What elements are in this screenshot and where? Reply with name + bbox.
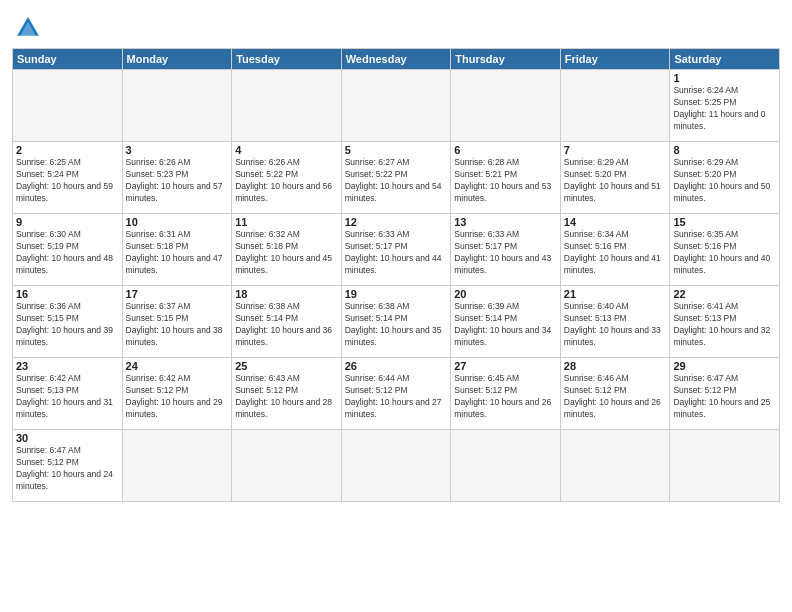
calendar-week-row: 9Sunrise: 6:30 AMSunset: 5:19 PMDaylight… <box>13 214 780 286</box>
calendar-cell: 26Sunrise: 6:44 AMSunset: 5:12 PMDayligh… <box>341 358 451 430</box>
calendar-cell <box>560 430 670 502</box>
calendar-cell: 8Sunrise: 6:29 AMSunset: 5:20 PMDaylight… <box>670 142 780 214</box>
day-number: 27 <box>454 360 557 372</box>
calendar-cell <box>232 430 342 502</box>
day-info: Sunrise: 6:42 AMSunset: 5:12 PMDaylight:… <box>126 373 229 421</box>
day-info: Sunrise: 6:29 AMSunset: 5:20 PMDaylight:… <box>564 157 667 205</box>
day-number: 2 <box>16 144 119 156</box>
calendar-cell: 15Sunrise: 6:35 AMSunset: 5:16 PMDayligh… <box>670 214 780 286</box>
day-number: 5 <box>345 144 448 156</box>
day-info: Sunrise: 6:47 AMSunset: 5:12 PMDaylight:… <box>16 445 119 493</box>
logo-icon <box>14 14 42 42</box>
calendar-cell: 3Sunrise: 6:26 AMSunset: 5:23 PMDaylight… <box>122 142 232 214</box>
calendar-cell <box>13 70 123 142</box>
day-info: Sunrise: 6:34 AMSunset: 5:16 PMDaylight:… <box>564 229 667 277</box>
calendar-cell: 23Sunrise: 6:42 AMSunset: 5:13 PMDayligh… <box>13 358 123 430</box>
calendar-cell: 14Sunrise: 6:34 AMSunset: 5:16 PMDayligh… <box>560 214 670 286</box>
weekday-header-saturday: Saturday <box>670 49 780 70</box>
day-number: 30 <box>16 432 119 444</box>
weekday-header-friday: Friday <box>560 49 670 70</box>
weekday-header-monday: Monday <box>122 49 232 70</box>
weekday-header-tuesday: Tuesday <box>232 49 342 70</box>
calendar-week-row: 23Sunrise: 6:42 AMSunset: 5:13 PMDayligh… <box>13 358 780 430</box>
day-number: 23 <box>16 360 119 372</box>
calendar-cell <box>122 70 232 142</box>
day-info: Sunrise: 6:41 AMSunset: 5:13 PMDaylight:… <box>673 301 776 349</box>
calendar-cell: 6Sunrise: 6:28 AMSunset: 5:21 PMDaylight… <box>451 142 561 214</box>
day-info: Sunrise: 6:47 AMSunset: 5:12 PMDaylight:… <box>673 373 776 421</box>
day-number: 22 <box>673 288 776 300</box>
calendar-cell: 5Sunrise: 6:27 AMSunset: 5:22 PMDaylight… <box>341 142 451 214</box>
day-number: 12 <box>345 216 448 228</box>
calendar-cell: 30Sunrise: 6:47 AMSunset: 5:12 PMDayligh… <box>13 430 123 502</box>
day-info: Sunrise: 6:46 AMSunset: 5:12 PMDaylight:… <box>564 373 667 421</box>
day-number: 21 <box>564 288 667 300</box>
day-info: Sunrise: 6:33 AMSunset: 5:17 PMDaylight:… <box>454 229 557 277</box>
day-number: 7 <box>564 144 667 156</box>
day-number: 25 <box>235 360 338 372</box>
calendar-cell: 7Sunrise: 6:29 AMSunset: 5:20 PMDaylight… <box>560 142 670 214</box>
day-info: Sunrise: 6:31 AMSunset: 5:18 PMDaylight:… <box>126 229 229 277</box>
logo <box>12 14 42 42</box>
calendar-cell: 11Sunrise: 6:32 AMSunset: 5:18 PMDayligh… <box>232 214 342 286</box>
day-number: 8 <box>673 144 776 156</box>
day-number: 4 <box>235 144 338 156</box>
day-info: Sunrise: 6:45 AMSunset: 5:12 PMDaylight:… <box>454 373 557 421</box>
day-number: 29 <box>673 360 776 372</box>
weekday-header-wednesday: Wednesday <box>341 49 451 70</box>
calendar-cell <box>670 430 780 502</box>
calendar-cell: 13Sunrise: 6:33 AMSunset: 5:17 PMDayligh… <box>451 214 561 286</box>
calendar-cell: 10Sunrise: 6:31 AMSunset: 5:18 PMDayligh… <box>122 214 232 286</box>
calendar-cell <box>451 430 561 502</box>
day-info: Sunrise: 6:38 AMSunset: 5:14 PMDaylight:… <box>345 301 448 349</box>
day-info: Sunrise: 6:38 AMSunset: 5:14 PMDaylight:… <box>235 301 338 349</box>
calendar-week-row: 30Sunrise: 6:47 AMSunset: 5:12 PMDayligh… <box>13 430 780 502</box>
day-info: Sunrise: 6:27 AMSunset: 5:22 PMDaylight:… <box>345 157 448 205</box>
weekday-header-sunday: Sunday <box>13 49 123 70</box>
header <box>12 10 780 42</box>
calendar-header: SundayMondayTuesdayWednesdayThursdayFrid… <box>13 49 780 70</box>
day-number: 24 <box>126 360 229 372</box>
day-info: Sunrise: 6:30 AMSunset: 5:19 PMDaylight:… <box>16 229 119 277</box>
calendar-cell: 4Sunrise: 6:26 AMSunset: 5:22 PMDaylight… <box>232 142 342 214</box>
calendar-cell: 20Sunrise: 6:39 AMSunset: 5:14 PMDayligh… <box>451 286 561 358</box>
page: SundayMondayTuesdayWednesdayThursdayFrid… <box>0 0 792 612</box>
calendar-cell <box>341 430 451 502</box>
day-number: 11 <box>235 216 338 228</box>
day-info: Sunrise: 6:26 AMSunset: 5:22 PMDaylight:… <box>235 157 338 205</box>
day-number: 16 <box>16 288 119 300</box>
calendar-cell: 21Sunrise: 6:40 AMSunset: 5:13 PMDayligh… <box>560 286 670 358</box>
calendar-cell: 1Sunrise: 6:24 AMSunset: 5:25 PMDaylight… <box>670 70 780 142</box>
calendar-cell: 27Sunrise: 6:45 AMSunset: 5:12 PMDayligh… <box>451 358 561 430</box>
calendar-cell: 9Sunrise: 6:30 AMSunset: 5:19 PMDaylight… <box>13 214 123 286</box>
day-number: 28 <box>564 360 667 372</box>
day-number: 15 <box>673 216 776 228</box>
day-info: Sunrise: 6:24 AMSunset: 5:25 PMDaylight:… <box>673 85 776 133</box>
day-number: 20 <box>454 288 557 300</box>
day-number: 6 <box>454 144 557 156</box>
calendar-cell: 2Sunrise: 6:25 AMSunset: 5:24 PMDaylight… <box>13 142 123 214</box>
calendar-cell <box>451 70 561 142</box>
calendar-cell <box>560 70 670 142</box>
day-number: 26 <box>345 360 448 372</box>
calendar-cell <box>122 430 232 502</box>
day-info: Sunrise: 6:33 AMSunset: 5:17 PMDaylight:… <box>345 229 448 277</box>
day-number: 17 <box>126 288 229 300</box>
calendar-cell: 25Sunrise: 6:43 AMSunset: 5:12 PMDayligh… <box>232 358 342 430</box>
calendar-week-row: 16Sunrise: 6:36 AMSunset: 5:15 PMDayligh… <box>13 286 780 358</box>
day-number: 10 <box>126 216 229 228</box>
calendar-cell <box>341 70 451 142</box>
calendar-cell: 22Sunrise: 6:41 AMSunset: 5:13 PMDayligh… <box>670 286 780 358</box>
calendar-cell: 12Sunrise: 6:33 AMSunset: 5:17 PMDayligh… <box>341 214 451 286</box>
day-info: Sunrise: 6:28 AMSunset: 5:21 PMDaylight:… <box>454 157 557 205</box>
weekday-row: SundayMondayTuesdayWednesdayThursdayFrid… <box>13 49 780 70</box>
day-info: Sunrise: 6:26 AMSunset: 5:23 PMDaylight:… <box>126 157 229 205</box>
day-info: Sunrise: 6:44 AMSunset: 5:12 PMDaylight:… <box>345 373 448 421</box>
calendar-body: 1Sunrise: 6:24 AMSunset: 5:25 PMDaylight… <box>13 70 780 502</box>
calendar-table: SundayMondayTuesdayWednesdayThursdayFrid… <box>12 48 780 502</box>
weekday-header-thursday: Thursday <box>451 49 561 70</box>
day-number: 3 <box>126 144 229 156</box>
day-info: Sunrise: 6:42 AMSunset: 5:13 PMDaylight:… <box>16 373 119 421</box>
day-info: Sunrise: 6:35 AMSunset: 5:16 PMDaylight:… <box>673 229 776 277</box>
day-number: 1 <box>673 72 776 84</box>
